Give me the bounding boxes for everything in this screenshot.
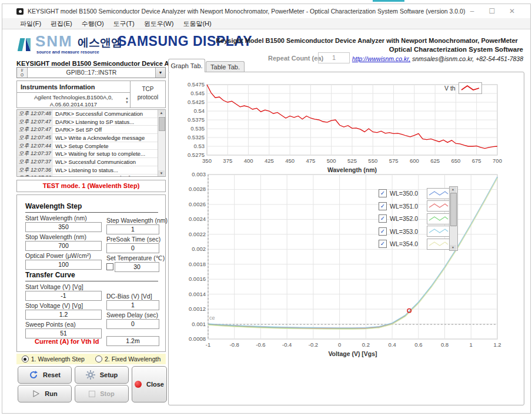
svg-text:575: 575: [389, 157, 399, 164]
log-row[interactable]: 오후 12:07:44WL> Setup Complete: [17, 142, 158, 150]
svg-text:-0.8: -0.8: [230, 341, 239, 348]
test-mode-title: TEST mode. 1 (Wavelenth Step): [16, 180, 166, 192]
legend-vth-label: V th: [444, 85, 456, 92]
log-scroll-down-icon[interactable]: ▼: [158, 170, 165, 176]
dc-bias-input[interactable]: 1: [106, 300, 159, 310]
instrument-id-box[interactable]: Agilent Technologies,B1500A,0, A.05.60.2…: [16, 92, 131, 108]
legend-scrollbar[interactable]: ▲ ▼: [449, 186, 458, 251]
menu-file[interactable]: 파일(F): [15, 19, 46, 28]
stop-wavelength-input[interactable]: 700: [25, 241, 102, 251]
log-timestamp: 오후 12:07:37: [17, 150, 53, 157]
legend-series-label: WL=352.0: [390, 215, 424, 222]
legend-scroll-thumb[interactable]: [450, 193, 457, 226]
visa-resource-combo[interactable]: I/O GPIB0::17::INSTR ▼: [16, 67, 166, 78]
legend-item[interactable]: ✓WL=354.0: [379, 238, 450, 250]
vth-current-label: Current (A) for Vth Id: [35, 338, 99, 345]
log-scroll-up-icon[interactable]: ▲: [158, 110, 165, 116]
svg-text:0.0022: 0.0022: [189, 231, 206, 237]
scroll-down-icon[interactable]: ▼: [125, 99, 129, 106]
legend-series-sample[interactable]: [427, 213, 450, 224]
optical-power-input[interactable]: 100: [25, 260, 102, 270]
legend-checkbox[interactable]: ✓: [379, 189, 387, 197]
close-window-button[interactable]: ✕: [504, 6, 520, 16]
log-scroll-thumb[interactable]: [159, 117, 165, 131]
svg-text:0.5475: 0.5475: [188, 81, 205, 88]
svg-text:0.003: 0.003: [192, 171, 206, 177]
website-link[interactable]: http://wwwisnm.co.kr,: [352, 55, 410, 62]
svg-text:0.001: 0.001: [192, 321, 206, 327]
legend-checkbox[interactable]: ✓: [379, 214, 387, 223]
legend-series-sample[interactable]: [427, 188, 450, 199]
sweep-points-input[interactable]: 51: [25, 328, 102, 338]
svg-text:0.5325: 0.5325: [188, 134, 205, 140]
menu-operate[interactable]: 수행(O): [77, 19, 109, 28]
step-wavelength-input[interactable]: 1: [106, 224, 159, 234]
radio-fixed-wavelength[interactable]: 2. Fixed Wavelength: [95, 355, 160, 363]
log-row[interactable]: 오후 12:07:37WL> Successful Communication: [17, 158, 158, 166]
legend-item[interactable]: ✓WL=352.0: [379, 213, 450, 224]
stop-button[interactable]: Stop: [75, 385, 129, 402]
snm-korean-text: 에스앤엠: [78, 35, 122, 51]
radio-wavelength-step[interactable]: 1. Wavelength Step: [22, 355, 85, 363]
log-row[interactable]: 오후 12:07:47DARK> Set SP Off: [17, 126, 158, 134]
start-wavelength-input[interactable]: 350: [25, 222, 102, 232]
communication-log[interactable]: 오후 12:07:48DARK> Successful Communicatio…: [16, 109, 166, 177]
presoak-input[interactable]: 0: [106, 243, 159, 253]
gear-icon: [86, 370, 95, 380]
legend-checkbox[interactable]: ✓: [379, 227, 387, 236]
stop-wavelength-label: Stop Wavelength (nm): [25, 233, 86, 240]
instrument-id-line1: Agilent Technologies,B1500A,0,: [34, 94, 113, 100]
menu-window[interactable]: 윈도우(W): [139, 19, 179, 28]
reset-button[interactable]: Reset: [18, 366, 72, 384]
log-row[interactable]: 오후 12:07:45WL> Write a Acknowledge messa…: [17, 134, 158, 142]
legend-series-sample[interactable]: [427, 226, 450, 237]
log-message: WL> Write a Acknowledge message: [53, 135, 145, 141]
log-timestamp: 오후 12:07:36: [17, 174, 53, 177]
menu-edit[interactable]: 편집(E): [46, 19, 77, 28]
log-message: DARK> Set SP Off: [53, 126, 102, 133]
app-icon: [16, 8, 24, 15]
legend-item[interactable]: ✓WL=353.0: [379, 226, 450, 237]
run-button[interactable]: Run: [18, 385, 72, 402]
svg-text:550: 550: [368, 157, 377, 164]
log-row[interactable]: 오후 12:07:36WL> Listening to status...: [17, 166, 158, 175]
svg-text:0.53: 0.53: [194, 143, 205, 149]
maximize-button[interactable]: ☐: [484, 6, 500, 16]
stop-voltage-input[interactable]: 1.2: [25, 310, 102, 320]
legend-checkbox[interactable]: ✓: [379, 240, 387, 248]
tab-graph[interactable]: Graph Tab.: [168, 59, 205, 72]
start-voltage-input[interactable]: -1: [25, 291, 102, 301]
legend-vth-sample[interactable]: [459, 82, 482, 94]
log-row[interactable]: 오후 12:07:48DARK> Successful Communicatio…: [17, 110, 158, 118]
legend-scroll-down-icon[interactable]: ▼: [450, 245, 456, 250]
tab-table[interactable]: Table Tab.: [206, 61, 245, 72]
log-scrollbar[interactable]: ▲ ▼: [158, 110, 165, 176]
legend-series-sample[interactable]: [427, 239, 450, 250]
setup-button[interactable]: Setup: [75, 366, 129, 384]
svg-text:0: 0: [338, 341, 341, 348]
svg-text:0.0008: 0.0008: [189, 336, 206, 342]
close-button[interactable]: Close: [132, 366, 167, 402]
menu-help[interactable]: 도움말(H): [178, 19, 216, 28]
reset-icon: [29, 370, 38, 380]
menu-tools[interactable]: 도구(T): [109, 19, 139, 28]
legend-checkbox[interactable]: ✓: [379, 202, 387, 210]
minimize-button[interactable]: –: [464, 6, 480, 16]
log-row[interactable]: 오후 12:07:47DARK> Listening to SP status.…: [17, 118, 158, 126]
legend-item[interactable]: ✓WL=351.0: [379, 200, 450, 212]
log-row[interactable]: 오후 12:07:37WL> Waiting for setup to comp…: [17, 150, 158, 158]
combo-dropdown-icon[interactable]: ▼: [155, 68, 165, 78]
log-row[interactable]: 오후 12:07:36WL> Set 700 nm, 100 μW/cm²: [17, 175, 158, 177]
temperature-checkbox[interactable]: [106, 263, 113, 270]
sweep-delay-input[interactable]: 0: [106, 319, 159, 329]
log-message: WL> Set 700 nm, 100 μW/cm²: [53, 175, 131, 177]
svg-text:0.5275: 0.5275: [188, 152, 205, 158]
svg-text:0.0028: 0.0028: [189, 186, 206, 192]
legend-scroll-up-icon[interactable]: ▲: [450, 187, 456, 192]
legend-item[interactable]: ✓WL=350.0: [379, 187, 450, 199]
legend-series-sample[interactable]: [427, 200, 450, 212]
repeat-count-input[interactable]: 1: [318, 52, 350, 63]
stop-voltage-label: Stop Voltage (V) [Vg]: [25, 302, 83, 309]
vth-current-input[interactable]: 1.2m: [106, 336, 159, 346]
svg-text:-1: -1: [206, 341, 210, 348]
